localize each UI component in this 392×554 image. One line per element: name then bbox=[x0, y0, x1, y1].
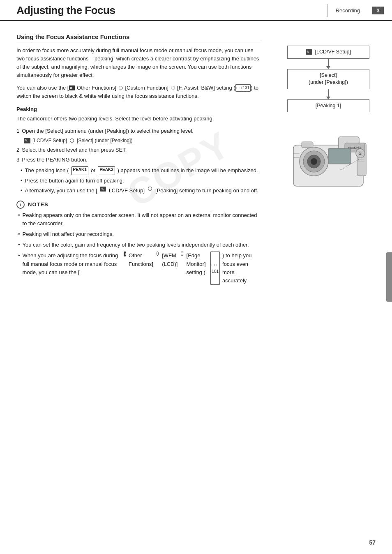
main-content: Using the Focus Assistance Functions In … bbox=[0, 21, 392, 295]
page-header: Adjusting the Focus Recording 3 bbox=[0, 0, 392, 21]
note-2: Peaking will not affect your recordings. bbox=[16, 230, 261, 238]
svg-point-4 bbox=[311, 158, 317, 165]
lcd-vf-inline-icon bbox=[100, 187, 106, 192]
nav-circle-3 bbox=[157, 252, 159, 256]
menu-diagram: ✎ [LCD/VF Setup] [Select](under [Peaking… bbox=[273, 46, 384, 112]
nav-circle-4 bbox=[181, 252, 183, 256]
svg-rect-12 bbox=[328, 148, 351, 164]
peak2-badge: PEAK2 bbox=[98, 166, 115, 175]
step-1: 1 Open the [Select] submenu (under [Peak… bbox=[16, 127, 261, 135]
info-icon: i bbox=[16, 201, 25, 209]
notes-header: i NOTES bbox=[16, 201, 261, 209]
peaking-heading: Peaking bbox=[16, 106, 261, 112]
connector-2 bbox=[328, 89, 329, 97]
steps-list: 1 Open the [Select] submenu (under [Peak… bbox=[16, 127, 261, 135]
ref-131: □□ 131 bbox=[235, 84, 251, 92]
page-footer-number: 57 bbox=[369, 539, 376, 546]
intro-paragraph: In order to focus more accurately during… bbox=[16, 46, 261, 80]
bullet-alternative: Alternatively, you can use the [ LCD/VF … bbox=[16, 187, 261, 195]
svg-rect-11 bbox=[302, 142, 313, 148]
menu-box-2: [Select](under [Peaking]) bbox=[287, 69, 369, 89]
steps-list-2: 2 Select the desired level and then pres… bbox=[16, 146, 261, 164]
sidebar-tab bbox=[386, 252, 392, 302]
arrow-circle-2 bbox=[171, 86, 175, 90]
lcd-icon-box: ✎ bbox=[306, 49, 312, 55]
notes-label: NOTES bbox=[28, 201, 48, 208]
peaking-intro: The camcorder offers two peaking levels.… bbox=[16, 115, 261, 123]
section-heading: Using the Focus Assistance Functions bbox=[16, 33, 261, 42]
menu-path-step1: [LCD/VF Setup] [Select] (under [Peaking]… bbox=[24, 138, 261, 143]
bullet-peak-icon: The peaking icon (PEAK1 or PEAK2) appear… bbox=[16, 166, 261, 175]
connector-1 bbox=[328, 59, 329, 66]
nav-circle-1 bbox=[70, 138, 74, 143]
other-functions-icon-2 bbox=[124, 252, 126, 256]
arrow-2 bbox=[326, 97, 330, 99]
menu-box-3: [Peaking 1] bbox=[287, 99, 369, 113]
left-column: Using the Focus Assistance Functions In … bbox=[16, 33, 273, 287]
other-functions-icon bbox=[69, 85, 75, 90]
peak1-badge: PEAK1 bbox=[71, 166, 88, 175]
chapter-number-badge: 3 bbox=[372, 7, 384, 14]
note-4: When you are adjusting the focus during … bbox=[16, 252, 261, 285]
note-3: You can set the color, gain and frequenc… bbox=[16, 241, 261, 249]
arrow-circle-1 bbox=[119, 86, 123, 90]
lcd-vf-setup-icon bbox=[24, 138, 30, 143]
peaking-bullets: The peaking icon (PEAK1 or PEAK2) appear… bbox=[16, 166, 261, 194]
note-1: Peaking appears only on the camcorder sc… bbox=[16, 211, 261, 228]
header-right: Recording 3 bbox=[327, 4, 384, 17]
step-2: 2 Select the desired level and then pres… bbox=[16, 146, 261, 154]
right-column: ✎ [LCD/VF Setup] [Select](under [Peaking… bbox=[273, 33, 384, 287]
step-3: 3 Press the PEAKING button. bbox=[16, 156, 261, 164]
also-paragraph: You can also use the [ Other Functions] … bbox=[16, 84, 261, 100]
page-title: Adjusting the Focus bbox=[16, 4, 327, 17]
camera-illustration: PEAKING 2 bbox=[281, 120, 376, 196]
recording-label: Recording bbox=[336, 7, 364, 14]
notes-section: i NOTES Peaking appears only on the camc… bbox=[16, 201, 261, 285]
nav-circle-2 bbox=[148, 187, 152, 191]
ref-101: □□ 101 bbox=[210, 252, 220, 285]
notes-list: Peaking appears only on the camcorder sc… bbox=[16, 211, 261, 285]
bullet-turn-off: Press the button again to turn off peaki… bbox=[16, 177, 261, 185]
arrow-1 bbox=[326, 66, 330, 69]
menu-box-1: ✎ [LCD/VF Setup] bbox=[287, 46, 369, 59]
camera-area: PEAKING 2 bbox=[273, 120, 384, 196]
